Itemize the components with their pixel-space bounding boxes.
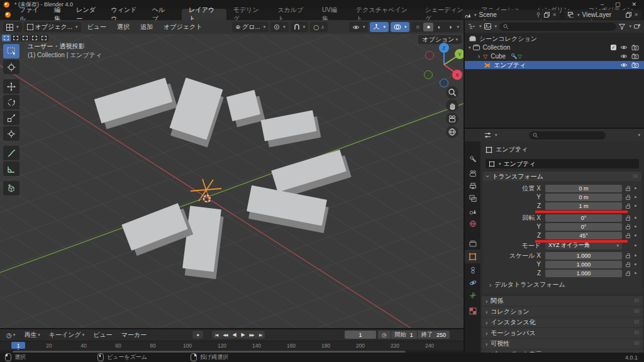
- hide-eye-icon[interactable]: [620, 53, 628, 59]
- array-cube-block[interactable]: [261, 109, 321, 148]
- location-x-field[interactable]: 0 m: [545, 185, 622, 192]
- keyframe-dot-icon[interactable]: [635, 205, 636, 207]
- tab-modeling[interactable]: モデリング: [226, 9, 271, 20]
- pin-icon[interactable]: [536, 12, 541, 18]
- lock-icon[interactable]: [625, 204, 631, 209]
- array-cube-block[interactable]: [182, 206, 225, 279]
- menu-view[interactable]: ビュー: [83, 23, 111, 31]
- keyframe-dot-icon[interactable]: [635, 263, 636, 265]
- visibility-dropdown[interactable]: ▾: [349, 22, 369, 32]
- timeline-ruler[interactable]: 20406080100120140160180200220240 1: [0, 341, 464, 350]
- lock-icon[interactable]: [625, 262, 631, 267]
- keyframe-dot-icon[interactable]: [635, 255, 636, 256]
- tool-scale[interactable]: [3, 111, 19, 125]
- frame-start-field[interactable]: 開始 1: [391, 331, 417, 339]
- lock-icon[interactable]: [625, 216, 631, 221]
- array-cube-block[interactable]: [271, 149, 352, 199]
- viewlayer-selector[interactable]: ▾ ViewLayer ✕: [565, 10, 641, 19]
- tab-object-active[interactable]: [465, 250, 480, 263]
- shading-solid-button[interactable]: ●: [423, 23, 433, 31]
- location-y-field[interactable]: 0 m: [545, 194, 622, 201]
- tool-add-primitive[interactable]: [3, 181, 19, 195]
- tab-world[interactable]: [467, 217, 479, 229]
- tool-cursor[interactable]: [3, 60, 19, 74]
- array-cube-block[interactable]: [121, 202, 193, 257]
- navigation-gizmo[interactable]: Z Y X: [420, 41, 464, 89]
- tab-uv-editing[interactable]: UV編集: [315, 9, 349, 20]
- unlink-scene-icon[interactable]: ✕: [552, 12, 557, 18]
- transform-panel-header[interactable]: › トランスフォーム ⠿⠿: [483, 172, 641, 181]
- snap-magnet-button[interactable]: ▾: [291, 22, 309, 32]
- tool-annotate[interactable]: [3, 146, 19, 160]
- next-keyframe-button[interactable]: ▶▶: [247, 331, 256, 339]
- outliner-search-input[interactable]: [499, 23, 616, 31]
- panel-motion-paths[interactable]: › モーションパス ⠿⠿: [482, 328, 643, 338]
- collection-checkbox[interactable]: ✓: [611, 45, 616, 50]
- keyframe-dot-icon[interactable]: [635, 187, 636, 189]
- keyframe-dot-icon[interactable]: [635, 272, 636, 274]
- cursor-3d[interactable]: [200, 192, 214, 206]
- lock-icon[interactable]: [625, 224, 631, 229]
- keyframe-dot-icon[interactable]: [635, 234, 636, 236]
- panel-visibility[interactable]: › 可視性 ⠿⠿: [482, 339, 643, 349]
- remove-viewlayer-icon[interactable]: ✕: [634, 12, 638, 18]
- jump-to-end-button[interactable]: ▶|: [256, 331, 265, 339]
- use-preview-range-button[interactable]: ◷: [378, 331, 391, 339]
- tool-select-box[interactable]: [3, 44, 19, 58]
- auto-keying-record-button[interactable]: ●: [192, 331, 203, 339]
- panel-instancing[interactable]: › インスタンス化 ⠿⠿: [482, 317, 643, 327]
- select-extend-button[interactable]: [11, 35, 20, 41]
- scale-z-field[interactable]: 1.000: [545, 270, 622, 277]
- tool-measure[interactable]: [3, 162, 19, 176]
- outliner-row-collection[interactable]: ▾ Collection ✓: [465, 43, 644, 52]
- gizmo-neg-z-axis[interactable]: [440, 79, 448, 87]
- scale-x-field[interactable]: 1.000: [545, 252, 622, 260]
- panel-collections[interactable]: › コレクション ⠿⠿: [482, 307, 643, 317]
- tab-render[interactable]: [467, 167, 479, 179]
- keyframe-dot-icon[interactable]: [635, 244, 636, 246]
- disclosure-closed-icon[interactable]: ›: [478, 53, 480, 60]
- display-mode-icon[interactable]: [484, 23, 491, 30]
- transform-orientation-dropdown[interactable]: ⊕ グロ... ▾: [232, 22, 269, 32]
- menu-add[interactable]: 追加: [136, 23, 157, 31]
- blender-logo-icon[interactable]: [5, 12, 11, 18]
- outliner-editor-icon[interactable]: [468, 23, 475, 30]
- prev-keyframe-button[interactable]: ◀◀: [221, 331, 230, 339]
- tab-physics[interactable]: [467, 277, 479, 288]
- tab-texture[interactable]: [467, 305, 479, 317]
- outliner-row-empty-selected[interactable]: エンプティ: [465, 61, 644, 69]
- zoom-view-button[interactable]: [446, 86, 458, 99]
- hide-eye-icon[interactable]: [620, 45, 628, 50]
- frame-end-field[interactable]: 終了 250: [418, 331, 450, 339]
- new-viewlayer-icon[interactable]: [626, 12, 631, 18]
- rotation-z-field[interactable]: 45°: [545, 232, 622, 239]
- array-cube-block[interactable]: [167, 77, 226, 147]
- menu-marker[interactable]: マーカー: [118, 331, 150, 339]
- select-subtract-button[interactable]: [21, 35, 30, 41]
- disclosure-open-icon[interactable]: ▾: [469, 45, 471, 50]
- gizmos-toggle[interactable]: ▾: [370, 22, 389, 32]
- new-collection-icon[interactable]: [634, 23, 641, 30]
- outliner-row-cube[interactable]: › ▽ Cube ▽: [465, 52, 644, 60]
- rotation-y-field[interactable]: 0°: [545, 223, 622, 231]
- mode-dropdown[interactable]: オブジェク... ▾: [24, 22, 81, 32]
- tab-output[interactable]: [467, 180, 479, 192]
- lock-icon[interactable]: [625, 233, 631, 238]
- tab-layout[interactable]: レイアウト: [182, 9, 226, 20]
- empty-object[interactable]: [191, 179, 221, 202]
- snap-pivot-button[interactable]: ▾: [270, 22, 289, 32]
- tab-collection[interactable]: [467, 238, 479, 250]
- tab-view-layer[interactable]: [467, 192, 479, 204]
- viewport-3d[interactable]: ユーザー・透視投影 (1) Collection | エンプティ: [0, 34, 464, 328]
- perspective-toggle-button[interactable]: [446, 126, 458, 138]
- viewport-canvas[interactable]: [0, 34, 464, 328]
- array-cube-block[interactable]: [94, 77, 178, 130]
- gizmo-neg-y-axis[interactable]: [425, 71, 433, 79]
- keyframe-dot-icon[interactable]: [635, 196, 636, 198]
- panel-relations[interactable]: › 関係 ⠿⠿: [482, 296, 643, 306]
- properties-search-input[interactable]: [529, 131, 606, 140]
- lock-icon[interactable]: [625, 195, 631, 200]
- jump-to-start-button[interactable]: |◀: [212, 331, 221, 339]
- tab-constraints[interactable]: [467, 264, 479, 276]
- disable-render-camera-icon[interactable]: [631, 62, 639, 68]
